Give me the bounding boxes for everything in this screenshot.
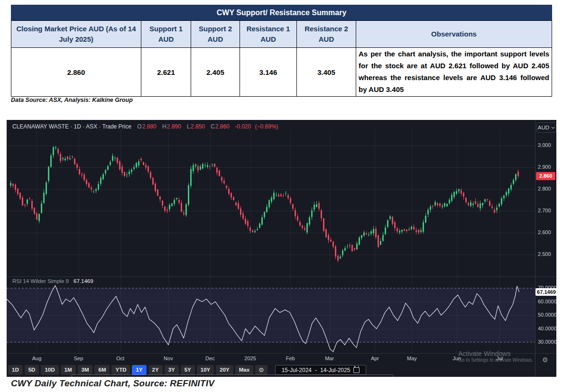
high-value: 2.890 [167,123,181,130]
price-tick: 2.500 [538,251,556,257]
resistance2-value: 3.405 [297,48,356,97]
support-resistance-table: CWY Support/ Resistance Summary Closing … [11,5,552,97]
support1-value: 2.621 [141,48,191,97]
low-label: L [187,123,190,130]
col-header-support1: Support 1 AUD [141,21,191,48]
price-tick: 2.700 [538,208,556,213]
change-value: -0.020 [235,123,251,130]
price-tick: 2.800 [538,186,556,191]
close-label: C [211,123,215,130]
toolbar-settings-icon[interactable]: ⚙ [255,365,268,375]
open-value: 2.880 [142,123,157,130]
horizontal-scrollbar[interactable] [71,374,394,377]
date-from: 15-Jul-2024 [282,367,312,374]
col-header-observations: Observations [356,21,552,48]
range-button-20y[interactable]: 20Y [216,365,233,375]
axis-settings-gear-icon[interactable]: ⚙ [542,356,548,364]
range-button-1y[interactable]: 1Y [132,365,146,375]
chart-legend: CLEANAWAY WASTE · 1D · ASX · Trade Price… [12,123,278,130]
range-toolbar: 1D5D10D1M3M6MYTD1Y2Y3Y5Y10Y20YMax⚙ [8,365,269,375]
col-header-closing-price: Closing Market Price AUD (As of 14 July … [11,21,141,48]
x-axis-label-sep[interactable]: Sep [74,356,83,361]
currency-selector[interactable]: AUD [536,122,556,133]
figure-caption: CWY Daily Technical Chart, Source: REFIN… [11,378,214,389]
resistance1-value: 3.146 [240,48,297,97]
col-header-resistance1: Resistance 1 AUD [240,21,297,48]
rsi-current-value: 67.1469 [74,278,93,284]
x-axis-label-may[interactable]: May [407,356,417,361]
x-axis-label-dec[interactable]: Dec [205,356,215,361]
x-axis-label-oct[interactable]: Oct [116,356,124,361]
x-axis-label-2025[interactable]: 2025 [244,356,256,361]
range-button-1m[interactable]: 1M [61,365,76,375]
range-button-1d[interactable]: 1D [8,365,23,375]
last-price-badge: 2.860 [536,172,555,180]
rsi-tick: 40.0000 [538,326,556,331]
range-button-2y[interactable]: 2Y [148,365,163,375]
col-header-resistance2: Resistance 2 AUD [297,21,356,48]
date-range-picker[interactable]: 15-Jul-2024 - 14-Jul-2025 [275,365,366,375]
close-value: 2.860 [215,123,230,130]
symbol-title[interactable]: CLEANAWAY WASTE · 1D · ASX · Trade Price [12,123,131,130]
range-button-ytd[interactable]: YTD [111,365,130,375]
chevron-down-icon [551,127,555,129]
rsi-name[interactable]: RSI 14 Wilder Simple 9 [12,278,69,284]
open-label: O [137,123,141,130]
trading-chart[interactable]: CLEANAWAY WASTE · 1D · ASX · Trade Price… [7,120,556,377]
watermark-line2: Go to Settings to activate Windows. [458,357,533,363]
observations-text: As per the chart analysis, the important… [356,48,552,97]
range-button-5d[interactable]: 5D [25,365,39,375]
rsi-tick: 50.0000 [538,312,556,318]
chart-plot-area[interactable] [7,120,556,377]
range-button-6m[interactable]: 6M [94,365,110,375]
price-tick: 2.900 [538,164,556,170]
rsi-tick: 30.0000 [538,339,556,345]
support2-value: 2.405 [191,48,240,97]
high-label: H [162,123,166,130]
range-button-5y[interactable]: 5Y [181,365,195,375]
range-button-3y[interactable]: 3Y [165,365,179,375]
range-button-10y[interactable]: 10Y [197,365,214,375]
rsi-value-badge: 67.1469 [535,288,557,296]
x-axis-label-feb[interactable]: Feb [286,356,295,361]
range-button-10d[interactable]: 10D [41,365,58,375]
x-axis-label-mar[interactable]: Mar [325,356,334,361]
col-header-support2: Support 2 AUD [191,21,240,48]
change-pct-value: (−0.69%) [255,123,278,130]
x-axis-label-aug[interactable]: Aug [32,356,42,361]
range-button-max[interactable]: Max [235,365,253,375]
currency-label: AUD [538,125,549,130]
price-tick: 2.600 [538,229,556,235]
x-axis-label-nov[interactable]: Nov [164,356,173,361]
data-source-note: Data Source: ASX, Analysis: Kalkine Grou… [11,97,133,103]
x-axis-label-apr[interactable]: Apr [371,356,379,361]
calendar-icon[interactable] [353,367,360,373]
date-separator: - [315,367,317,374]
low-value: 2.850 [191,123,205,130]
rsi-tick: 60.0000 [538,299,556,304]
range-button-3m[interactable]: 3M [78,365,93,375]
rsi-legend: RSI 14 Wilder Simple 9 67.1469 [12,278,93,284]
watermark-line1: Activate Windows [458,350,533,357]
activate-windows-watermark: Activate Windows Go to Settings to activ… [458,350,533,363]
date-to: 14-Jul-2025 [320,367,350,374]
price-tick: 3.000 [538,142,556,148]
closing-price-value: 2.860 [11,48,141,97]
table-title: CWY Support/ Resistance Summary [11,5,552,21]
